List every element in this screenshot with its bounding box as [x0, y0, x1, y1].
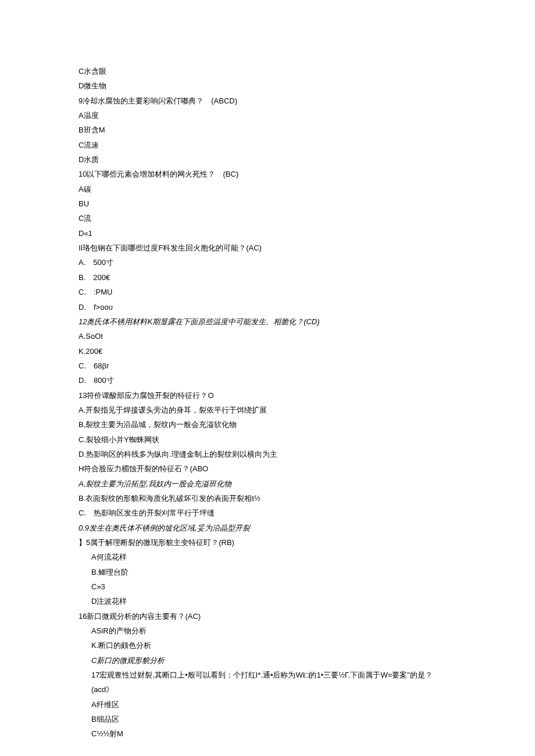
text-line: 13符价谭酸部应力腐蚀开裂的特征行？O — [79, 388, 454, 403]
text-line: C流速 — [79, 138, 454, 152]
text-line: A,裂纹主要为沿拓型,我奴内一股会充溢班化物 — [79, 476, 454, 491]
text-line: C. 热影响区发生的开裂刈常平行于坪缝 — [79, 506, 454, 520]
text-line: D.热影响区的科线多为纵向.理缝金制上的裂纹则以横向为主 — [79, 447, 454, 461]
text-line: D注波花样 — [79, 594, 454, 608]
text-line: B班含M — [79, 123, 454, 137]
text-line: D«1 — [79, 226, 454, 241]
text-line: C.裂较细小并Y蜘蛛网状 — [79, 432, 454, 447]
text-line: C½½射M — [79, 726, 454, 741]
text-line: D. f>ooυ — [79, 300, 454, 314]
text-line: C. 68βr — [79, 359, 454, 373]
text-line: C新口的微观形貌分析 — [79, 653, 454, 668]
text-line: B细品区 — [79, 712, 454, 726]
text-line: A.开裂指见于焊接谖头旁边的身耳，裂依平行于饵绕扩展 — [79, 403, 454, 417]
text-line: D水质 — [79, 152, 454, 167]
text-line: A温度 — [79, 108, 454, 123]
text-line: 】5属于解理断裂的微现形貌主变特征盯？(RB) — [79, 535, 454, 550]
text-line: A.SoOt — [79, 329, 454, 343]
text-line: C水含眼 — [79, 64, 454, 78]
document-body: C水含眼D微生物9冷却水腐蚀的主要彩响闪索仃嘟典？ (ABCD)A温度B班含MC… — [79, 64, 454, 741]
text-line: K.断口的颇色分析 — [79, 638, 454, 653]
text-line: A碳 — [79, 182, 454, 196]
text-line: 17宏观亶性过财裂,其断口上•般可以看到：个打红I*.通•后称为Wi□的1•三要… — [79, 668, 454, 697]
text-line: K.200€ — [79, 344, 454, 359]
text-line: A. 500寸 — [79, 255, 454, 270]
text-line: 12奥氏体不锈用材料K期显露在下面原些温度中可能发生。相脆化？(CD) — [79, 314, 454, 329]
text-line: 0.9发生在奥氏体不锈例的坡化区域,妥为沿晶型开裂 — [79, 521, 454, 535]
text-line: 10以下哪些元素会增加材料的网火死性？ (BC) — [79, 167, 454, 181]
text-line: 9冷却水腐蚀的主要彩响闪索仃嘟典？ (ABCD) — [79, 94, 454, 108]
text-line: C. :PMU — [79, 285, 454, 299]
text-line: D. 800寸 — [79, 373, 454, 388]
text-line: ASiR的产物分析 — [79, 624, 454, 638]
text-line: B,裂纹主要为沿晶城，裂纹内一般会充溢软化物 — [79, 417, 454, 432]
text-line: D微生物 — [79, 78, 454, 93]
text-line: H符合股应力楣蚀开裂的特征石？(ABO — [79, 461, 454, 476]
text-line: 16新口微观分析的内容主要有？(AC) — [79, 609, 454, 624]
text-line: A纤维区 — [79, 697, 454, 712]
text-line: II珞包钢在下面哪些过度F科发生回火胞化的可能？(AC) — [79, 241, 454, 255]
text-line: B. 200€ — [79, 270, 454, 285]
text-line: C»3 — [79, 579, 454, 594]
text-line: A何流花样 — [79, 550, 454, 564]
text-line: B.鲫理台阶 — [79, 565, 454, 579]
text-line: BU — [79, 196, 454, 211]
text-line: C流 — [79, 211, 454, 225]
text-line: B.衣面裂纹的形貌和海质化乳破坏引发的表面开裂相t½ — [79, 491, 454, 506]
